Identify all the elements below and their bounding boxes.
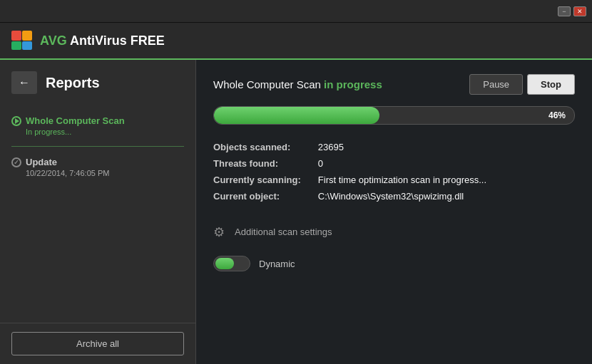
title-bar: − ✕ [0,0,592,23]
additional-settings-label: Additional scan settings [235,227,332,237]
check-circle-icon: ✓ [11,157,21,167]
threats-found-value: 0 [318,158,575,169]
app-title: AVG AntiVirus FREE [40,33,165,48]
currently-scanning-label: Currently scanning: [213,175,301,185]
objects-scanned-label: Objects scanned: [213,142,301,152]
progress-bar-fill [214,107,379,124]
header-bar: AVG AntiVirus FREE [0,23,592,60]
minimize-button[interactable]: − [558,6,571,16]
svg-rect-0 [11,31,21,41]
title-bar-controls: − ✕ [558,6,586,16]
progress-label: 46% [548,110,566,120]
objects-scanned-value: 23695 [318,142,575,152]
dynamic-toggle[interactable] [213,256,250,271]
gear-icon: ⚙ [213,224,228,239]
sidebar-item-title-scan: Whole Computer Scan [11,115,184,126]
toggle-track [215,258,234,269]
additional-settings-row[interactable]: ⚙ Additional scan settings [213,224,575,239]
content-header: Whole Computer Scan in progress Pause St… [213,74,575,95]
sidebar-title: Reports [46,75,100,91]
sidebar-footer: Archive all [0,323,195,364]
sidebar-item-subtitle-update: 10/22/2014, 7:46:05 PM [26,169,184,177]
scan-status-title: Whole Computer Scan in progress [213,78,382,90]
pause-button[interactable]: Pause [469,74,523,95]
sidebar-header: ← Reports [0,60,195,103]
main-area: ← Reports Whole Computer Scan In progres… [0,60,592,364]
sidebar-item-update[interactable]: ✓ Update 10/22/2014, 7:46:05 PM [0,150,195,184]
threats-found-label: Threats found: [213,158,301,169]
svg-rect-3 [22,41,32,50]
stop-button[interactable]: Stop [527,74,575,95]
back-button[interactable]: ← [11,71,37,94]
current-object-value: C:\Windows\System32\spwizimg.dll [318,191,575,202]
svg-rect-1 [22,31,32,41]
dynamic-toggle-label: Dynamic [259,259,295,269]
progress-bar-container: 46% [213,106,575,125]
sidebar-item-title-update: ✓ Update [11,157,184,167]
avg-logo-icon [11,31,34,51]
close-button[interactable]: ✕ [573,6,586,16]
sidebar-item-subtitle-scan: In progress... [26,128,184,136]
scan-control-buttons: Pause Stop [469,74,575,95]
sidebar: ← Reports Whole Computer Scan In progres… [0,60,196,364]
scan-stats: Objects scanned: 23695 Threats found: 0 … [213,142,575,202]
sidebar-items: Whole Computer Scan In progress... ✓ Upd… [0,103,195,323]
svg-rect-2 [11,41,21,50]
currently-scanning-value: First time optimization scan in progress… [318,175,575,185]
sidebar-item-whole-computer-scan[interactable]: Whole Computer Scan In progress... [0,108,195,143]
sidebar-divider [11,146,184,147]
dynamic-toggle-row: Dynamic [213,256,575,271]
content-area: Whole Computer Scan in progress Pause St… [196,60,592,364]
archive-all-button[interactable]: Archive all [11,332,184,355]
play-circle-icon [11,116,21,126]
logo-area: AVG AntiVirus FREE [11,31,165,51]
current-object-label: Current object: [213,191,301,202]
